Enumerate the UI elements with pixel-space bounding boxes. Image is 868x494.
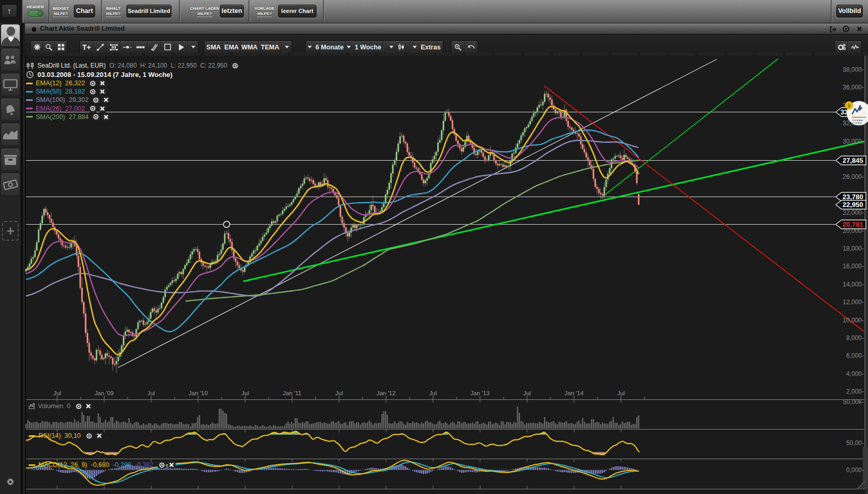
svg-text:18,000-: 18,000- (843, 245, 864, 252)
svg-text:22,950: 22,950 (843, 201, 863, 209)
svg-text:Jul: Jul (523, 390, 531, 396)
svg-text:14,000-: 14,000- (843, 281, 864, 288)
svg-text:0,000-: 0,000- (846, 466, 864, 474)
svg-text:8,000-: 8,000- (846, 334, 864, 342)
svg-text:9: 9 (848, 102, 851, 109)
svg-text:Jul: Jul (617, 390, 625, 396)
svg-text:50,00k-: 50,00k- (843, 398, 864, 406)
svg-text:36,000-: 36,000- (843, 84, 864, 91)
svg-text:2,000-: 2,000- (846, 388, 864, 395)
svg-text:20,781: 20,781 (843, 220, 863, 228)
svg-text:Jul: Jul (241, 390, 249, 396)
svg-text:Jul: Jul (335, 390, 343, 396)
svg-text:Jul: Jul (147, 390, 155, 396)
svg-text:38,000-: 38,000- (843, 66, 864, 73)
svg-text:Jan '14: Jan '14 (564, 390, 584, 396)
svg-text:Jan '12: Jan '12 (376, 390, 396, 396)
svg-text:26,000-: 26,000- (843, 173, 864, 180)
svg-text:10,000-: 10,000- (843, 317, 864, 324)
svg-text:22,000-: 22,000- (843, 209, 864, 216)
svg-text:50,00-: 50,00- (846, 439, 864, 447)
svg-text:Jan '11: Jan '11 (283, 390, 301, 396)
svg-text:Jan '13: Jan '13 (470, 390, 490, 396)
svg-text:6,000-: 6,000- (846, 352, 864, 359)
svg-text:30,000-: 30,000- (843, 138, 864, 145)
svg-text:27,845: 27,845 (843, 157, 863, 164)
svg-text:Jul: Jul (54, 390, 61, 396)
svg-text:Jul: Jul (429, 390, 437, 396)
svg-text:T R A D E R: T R A D E R (852, 124, 864, 127)
svg-text:Jan '10: Jan '10 (189, 390, 208, 396)
svg-text:Jan '09: Jan '09 (95, 390, 114, 396)
svg-text:16,000-: 16,000- (843, 263, 864, 270)
svg-text:4,000-: 4,000- (846, 370, 864, 378)
svg-text:23,780: 23,780 (843, 193, 863, 201)
svg-text:12,000-: 12,000- (843, 298, 864, 306)
